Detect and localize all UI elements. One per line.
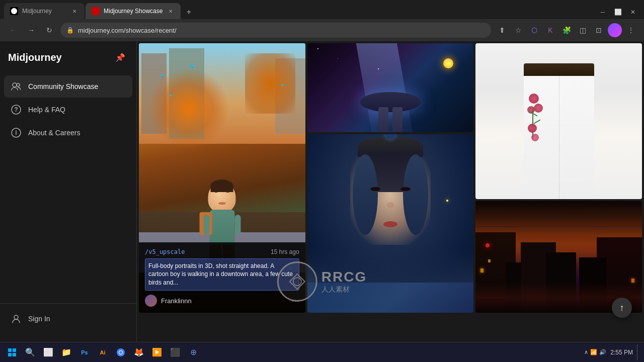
card-footer-1: Franklinnn ··· [145,295,299,307]
user-avatar-img-1 [145,295,157,307]
svg-rect-12 [13,353,16,356]
tab-label-showcase: Midjourney Showcase [104,8,163,15]
tab-close-mj[interactable]: ✕ [70,7,78,15]
tab-list-icon[interactable]: ⊡ [592,23,606,37]
task-view-button[interactable]: ⬜ [40,344,56,360]
sidebar-item-about[interactable]: i About & Careers [4,122,132,144]
svg-rect-10 [13,348,16,352]
star-icon[interactable]: ☆ [511,23,525,37]
sidebar-icon[interactable]: ◫ [576,23,590,37]
forward-button[interactable]: → [24,23,38,37]
card-overlay-1: /v5_upscale 15 hrs ago Full-body portrai… [139,242,305,313]
sign-in-icon [10,313,22,325]
ps-icon[interactable]: Ps [76,344,93,360]
tab-close-showcase[interactable]: ✕ [167,7,175,15]
help-icon: ? [10,104,22,116]
main-content[interactable]: 🐦 🐦 🐦 🐦 [137,41,644,342]
card-header-1: /v5_upscale 15 hrs ago [145,248,299,255]
start-button[interactable] [4,344,20,360]
discord-icon[interactable]: ⊕ [185,344,201,360]
network-icon[interactable]: 📶 [590,349,597,355]
sign-in-label: Sign In [28,315,50,323]
tab-favicon-mj [10,7,18,15]
nav-bar: ← → ↻ 🔒 midjourney.com/showcase/recent/ … [0,19,644,41]
app-container: Midjourney 📌 Community Showcase [0,41,644,342]
svg-point-15 [119,351,122,354]
system-clock[interactable]: 2:55 PM [610,349,633,356]
svg-point-0 [11,8,17,14]
sidebar: Midjourney 📌 Community Showcase [0,41,137,342]
ai-icon[interactable]: Ai [95,344,111,360]
gallery-grid: 🐦 🐦 🐦 🐦 [137,41,644,315]
search-taskbar-button[interactable]: 🔍 [22,344,38,360]
close-button[interactable]: ✕ [626,5,640,19]
browser-chrome: Midjourney ✕ Midjourney Showcase ✕ + ─ ⬜… [0,0,644,41]
sidebar-logo: Midjourney [8,52,62,63]
taskbar: 🔍 ⬜ 📁 Ps Ai 🦊 ▶️ ⬛ ⊕ ∧ 📶 🔊 2:55 PM [0,342,644,362]
card-command-1: /v5_upscale [145,248,185,255]
gallery-item-scifi[interactable] [307,43,474,132]
svg-point-2 [17,83,20,86]
share-icon[interactable]: ⬆ [495,23,509,37]
sidebar-item-community[interactable]: Community Showcase [4,75,132,98]
sidebar-header: Midjourney 📌 [0,49,136,75]
back-button[interactable]: ← [6,23,20,37]
minimize-button[interactable]: ─ [596,5,610,19]
extension-icon[interactable]: ⬡ [527,23,541,37]
address-bar[interactable]: 🔒 midjourney.com/showcase/recent/ [60,23,491,38]
tab-favicon-showcase [92,7,100,15]
svg-text:?: ? [14,106,18,113]
file-manager-taskbar[interactable]: 📁 [58,344,74,360]
more-menu-icon[interactable]: ⋮ [624,23,638,37]
lock-icon: 🔒 [66,27,74,34]
community-label: Community Showcase [28,82,98,90]
firefox-icon[interactable]: 🦊 [131,344,147,360]
volume-icon[interactable]: 🔊 [599,349,606,355]
sidebar-nav: Community Showcase ? Help & FAQ i [0,75,136,303]
svg-rect-9 [8,348,12,352]
gallery-item-cartoon[interactable]: 🐦 🐦 🐦 🐦 [139,43,305,313]
svg-rect-11 [8,353,12,356]
new-tab-button[interactable]: + [182,5,196,19]
tab-showcase[interactable]: Midjourney Showcase ✕ [86,3,181,19]
svg-point-1 [13,83,17,87]
card-prompt-1: Full-body portraits in 3D, shot straight… [145,258,299,291]
window-controls: ─ ⬜ ✕ [596,5,640,19]
svg-text:i: i [15,129,17,136]
tab-bar: Midjourney ✕ Midjourney Showcase ✕ + ─ ⬜… [0,0,644,19]
gallery-item-portrait[interactable] [307,134,474,313]
card-time-1: 15 hrs ago [271,248,299,255]
gallery-item-jeans[interactable] [475,43,642,199]
sidebar-item-help[interactable]: ? Help & FAQ [4,99,132,121]
tray-icon-1[interactable]: ∧ [584,349,588,355]
profile-avatar[interactable] [608,23,622,37]
sidebar-pin-button[interactable]: 📌 [112,49,128,65]
youtube-icon[interactable]: ▶️ [149,344,165,360]
taskbar-right: ∧ 📶 🔊 2:55 PM [584,344,640,360]
sign-in-item[interactable]: Sign In [4,308,132,330]
show-desktop-button[interactable] [637,344,640,360]
maximize-button[interactable]: ⬜ [611,5,625,19]
notion-icon[interactable]: ⬛ [167,344,183,360]
tab-midjourney[interactable]: Midjourney ✕ [4,3,85,19]
help-label: Help & FAQ [28,106,65,114]
user-avatar-1 [145,295,157,307]
about-icon: i [10,127,22,139]
extension-k-icon[interactable]: K [543,23,557,37]
reload-button[interactable]: ↻ [42,23,56,37]
scroll-top-button[interactable]: ↑ [612,298,632,318]
gallery-col-2 [307,43,474,313]
svg-point-7 [14,315,18,319]
nav-icons: ⬆ ☆ ⬡ K 🧩 ◫ ⊡ ⋮ [495,23,638,37]
community-icon [10,80,22,93]
about-label: About & Careers [28,129,80,137]
card-menu-button-1[interactable]: ··· [292,296,299,306]
system-tray: ∧ 📶 🔊 [584,349,606,355]
address-text: midjourney.com/showcase/recent/ [78,27,177,34]
chrome-icon[interactable] [113,344,129,360]
gallery-col-3 [475,43,642,313]
gallery-item-city[interactable] [475,201,642,313]
extensions-icon[interactable]: 🧩 [559,23,574,37]
clock-time: 2:55 PM [610,349,633,356]
tab-label-mj: Midjourney [22,8,66,15]
